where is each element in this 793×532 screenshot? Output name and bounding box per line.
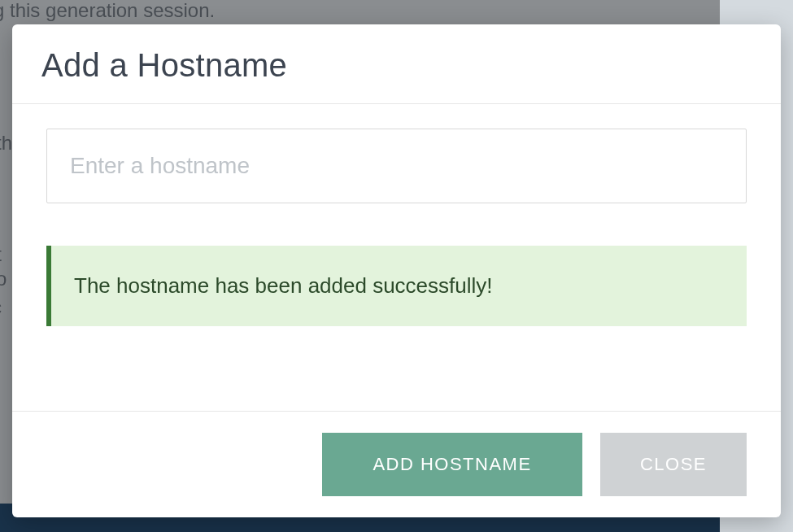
backdrop-text: iring this generation session.	[0, 0, 215, 25]
modal-header: Add a Hostname	[12, 24, 781, 104]
hostname-input[interactable]	[46, 129, 747, 203]
close-button[interactable]: CLOSE	[600, 433, 747, 496]
modal-body: The hostname has been added successfully…	[12, 104, 781, 411]
backdrop-text: o	[0, 264, 7, 294]
add-hostname-button[interactable]: ADD HOSTNAME	[322, 433, 582, 496]
add-hostname-modal: Add a Hostname The hostname has been add…	[12, 24, 781, 517]
backdrop-text: c	[0, 293, 2, 322]
modal-footer: ADD HOSTNAME CLOSE	[12, 411, 781, 517]
modal-title: Add a Hostname	[41, 47, 752, 84]
backdrop-text: th	[0, 129, 12, 158]
success-alert: The hostname has been added successfully…	[46, 246, 747, 326]
